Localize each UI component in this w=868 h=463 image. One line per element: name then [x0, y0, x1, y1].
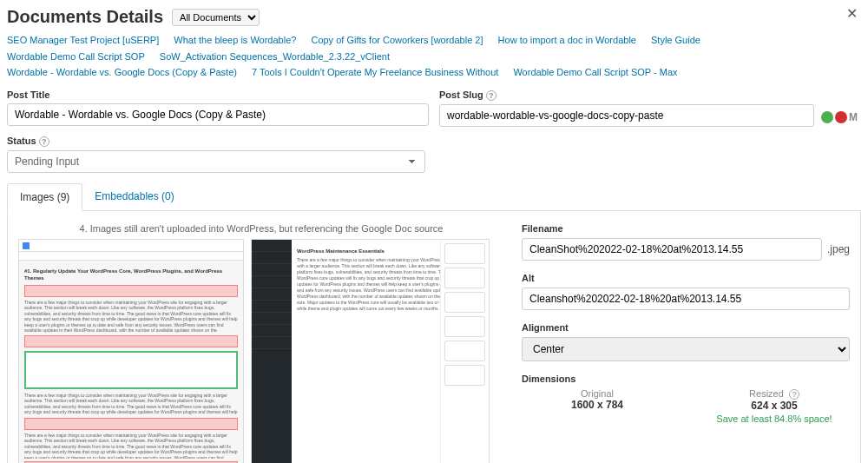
status-label: Status?: [7, 136, 425, 147]
wp-right-panel: [440, 240, 489, 463]
resized-dim-label: Resized ?: [699, 388, 850, 400]
screenshot-wordpress[interactable]: WordPress Maintenance Essentials There a…: [251, 239, 490, 463]
preview-caption-top: 4. Images still aren't uploaded into Wor…: [18, 223, 504, 234]
filename-label: Filename: [522, 223, 850, 234]
wp-sidebar: [252, 240, 292, 463]
help-icon[interactable]: ?: [39, 136, 49, 147]
docnav-link-active[interactable]: Wordable - Wordable vs. Google Docs (Cop…: [7, 64, 237, 81]
docnav-link[interactable]: Style Guide: [651, 32, 700, 49]
resized-dim-value: 624 x 305: [699, 400, 850, 412]
close-icon[interactable]: ✕: [846, 5, 858, 22]
help-icon[interactable]: ?: [486, 90, 496, 101]
tab-embeddables[interactable]: Embeddables (0): [82, 183, 186, 210]
filename-input[interactable]: [522, 238, 822, 261]
original-dim-value: 1600 x 784: [522, 399, 673, 411]
tab-images[interactable]: Images (9): [7, 183, 82, 211]
post-title-label: Post Title: [7, 89, 429, 100]
document-nav: SEO Manager Test Project [uSERP] What th…: [0, 32, 868, 86]
docnav-link[interactable]: SEO Manager Test Project [uSERP]: [7, 32, 159, 49]
alt-input[interactable]: [522, 288, 850, 310]
gdoc-logo-icon: [23, 242, 30, 249]
original-dim-label: Original: [522, 388, 673, 399]
post-title-input[interactable]: [7, 103, 429, 126]
filename-ext: .jpeg: [827, 243, 850, 255]
docnav-link[interactable]: What the bleep is Wordable?: [174, 32, 296, 49]
document-filter-select[interactable]: All Documents: [172, 9, 260, 26]
alignment-label: Alignment: [522, 322, 850, 333]
post-slug-input[interactable]: [439, 104, 814, 127]
screenshot-google-doc[interactable]: #1. Regularly Update Your WordPress Core…: [18, 239, 244, 463]
status-select[interactable]: Pending Input: [7, 150, 425, 173]
docnav-link[interactable]: How to import a doc in Wordable: [498, 32, 636, 49]
docnav-link[interactable]: 7 Tools I Couldn't Operate My Freelance …: [252, 64, 498, 81]
docnav-link[interactable]: Wordable Demo Call Script SOP - Max: [513, 64, 677, 81]
docnav-link[interactable]: Wordable Demo Call Script SOP: [7, 49, 145, 65]
medium-icon: M: [849, 111, 861, 123]
slug-status-icons: M: [821, 89, 861, 127]
alt-label: Alt: [522, 273, 850, 283]
tabs: Images (9) Embeddables (0): [7, 183, 861, 211]
status-dot-green-icon: [821, 111, 833, 123]
status-dot-red-icon: [835, 111, 847, 123]
docnav-link[interactable]: Copy of Gifts for Coworkers [wordable 2]: [311, 32, 483, 49]
docnav-link[interactable]: SoW_Activation Sequences_Wordable_2.3.22…: [160, 49, 390, 65]
savings-text: Save at least 84.8% space!: [699, 413, 850, 424]
alignment-select[interactable]: Center: [522, 337, 850, 361]
page-title: Documents Details: [7, 7, 163, 27]
dimensions-label: Dimensions: [522, 374, 850, 384]
help-icon[interactable]: ?: [789, 389, 799, 400]
post-slug-label: Post Slug?: [439, 89, 814, 101]
